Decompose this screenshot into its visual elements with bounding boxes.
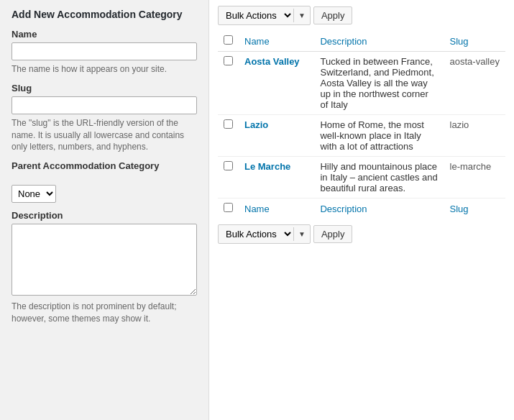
slug-label: Slug	[12, 83, 197, 93]
row-slug-cell: le-marche	[444, 157, 505, 198]
top-bulk-bar: Bulk Actions Delete ▼ Apply	[218, 6, 505, 25]
description-textarea[interactable]	[12, 224, 197, 296]
header-name-col[interactable]: Name	[239, 31, 314, 52]
header-checkbox-col	[218, 31, 239, 52]
footer-checkbox-col	[218, 198, 239, 219]
footer-slug-label: Slug	[450, 204, 469, 214]
row-slug-cell: aosta-valley	[444, 52, 505, 115]
top-bulk-dropdown-icon[interactable]: ▼	[293, 9, 310, 22]
row-name-link-2[interactable]: Le Marche	[244, 161, 290, 172]
header-name-label: Name	[244, 36, 270, 47]
row-description-cell: Home of Rome, the most well-known place …	[314, 115, 444, 157]
slug-hint: The "slug" is the URL-friendly version o…	[12, 117, 197, 153]
name-hint: The name is how it appears on your site.	[12, 63, 197, 76]
slug-input[interactable]	[12, 96, 197, 114]
footer-slug-col[interactable]: Slug	[444, 198, 505, 219]
parent-field-group: Parent Accommodation Category None	[12, 160, 197, 203]
category-list-panel: Bulk Actions Delete ▼ Apply Name Des	[208, 0, 514, 420]
footer-description-col[interactable]: Description	[314, 198, 444, 219]
row-name-link-0[interactable]: Aosta Valley	[244, 56, 300, 67]
description-field-group: Description The description is not promi…	[12, 210, 197, 325]
row-name-link-1[interactable]: Lazio	[244, 119, 268, 130]
categories-table: Name Description Slug Aosta Valley	[218, 31, 505, 219]
row-slug-cell: lazio	[444, 115, 505, 157]
footer-name-col[interactable]: Name	[239, 198, 314, 219]
parent-label: Parent Accommodation Category	[12, 160, 197, 171]
name-field-group: Name The name is how it appears on your …	[12, 29, 197, 76]
table-row: Aosta Valley Tucked in between France, S…	[218, 52, 505, 115]
bottom-bulk-actions-select[interactable]: Bulk Actions Delete	[219, 225, 293, 243]
row-checkbox-cell	[218, 115, 239, 157]
top-bulk-actions-select[interactable]: Bulk Actions Delete	[219, 6, 293, 24]
slug-field-group: Slug The "slug" is the URL-friendly vers…	[12, 83, 197, 153]
row-name-cell: Aosta Valley	[239, 52, 314, 115]
form-title: Add New Accommodation Category	[12, 9, 197, 20]
row-description-cell: Hilly and mountainous place in Italy – a…	[314, 157, 444, 198]
header-desc-label: Description	[320, 36, 367, 47]
add-category-form: Add New Accommodation Category Name The …	[0, 0, 208, 420]
row-name-cell: Lazio	[239, 115, 314, 157]
parent-select[interactable]: None	[12, 185, 56, 203]
name-input[interactable]	[12, 42, 197, 60]
select-all-footer-checkbox[interactable]	[224, 203, 233, 212]
table-header-row: Name Description Slug	[218, 31, 505, 52]
top-bulk-select-wrapper[interactable]: Bulk Actions Delete ▼	[218, 6, 311, 25]
select-all-checkbox[interactable]	[224, 35, 233, 45]
name-label: Name	[12, 29, 197, 40]
table-footer-row: Name Description Slug	[218, 198, 505, 219]
bottom-apply-button[interactable]: Apply	[313, 225, 353, 243]
table-row: Le Marche Hilly and mountainous place in…	[218, 157, 505, 198]
description-hint: The description is not prominent by defa…	[12, 301, 197, 325]
footer-desc-label: Description	[320, 204, 367, 214]
bottom-bulk-bar: Bulk Actions Delete ▼ Apply	[218, 224, 505, 244]
row-checkbox-cell	[218, 157, 239, 198]
row-name-cell: Le Marche	[239, 157, 314, 198]
description-label: Description	[12, 210, 197, 221]
table-row: Lazio Home of Rome, the most well-known …	[218, 115, 505, 157]
table-body: Aosta Valley Tucked in between France, S…	[218, 52, 505, 198]
footer-name-label: Name	[244, 204, 270, 214]
row-checkbox-2[interactable]	[224, 161, 233, 170]
row-description-cell: Tucked in between France, Switzerland, a…	[314, 52, 444, 115]
row-checkbox-0[interactable]	[224, 56, 233, 65]
bottom-bulk-dropdown-icon[interactable]: ▼	[293, 227, 310, 241]
header-slug-label: Slug	[450, 36, 469, 47]
header-description-col[interactable]: Description	[314, 31, 444, 52]
row-checkbox-cell	[218, 52, 239, 115]
header-slug-col[interactable]: Slug	[444, 31, 505, 52]
top-apply-button[interactable]: Apply	[313, 6, 353, 24]
bottom-bulk-select-wrapper[interactable]: Bulk Actions Delete ▼	[218, 224, 311, 244]
row-checkbox-1[interactable]	[224, 119, 233, 129]
